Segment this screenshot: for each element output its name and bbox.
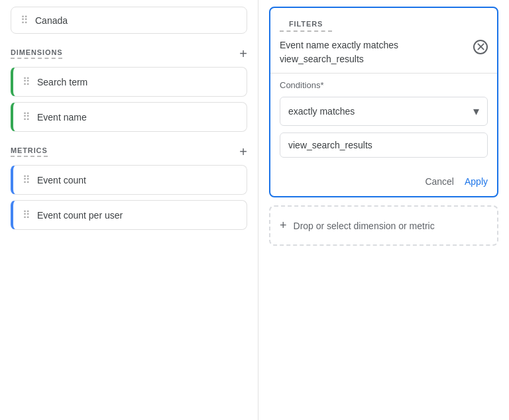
metric-event-count[interactable]: ⠿ Event count [11, 165, 247, 195]
chevron-down-icon: ▾ [473, 104, 479, 119]
right-panel: FILTERS Event name exactly matches view_… [258, 0, 509, 420]
canada-item[interactable]: ⠿ Canada [11, 7, 247, 34]
dimensions-header: DIMENSIONS + [11, 47, 247, 60]
conditions-label: Conditions* [280, 80, 488, 90]
drop-plus-icon: + [280, 219, 287, 233]
conditions-section: Conditions* exactly matches ▾ [270, 74, 497, 172]
filter-value-input[interactable] [280, 132, 488, 158]
conditions-dropdown[interactable]: exactly matches ▾ [280, 97, 488, 126]
dimension-search-term-label: Search term [37, 77, 87, 87]
filters-title: FILTERS [280, 13, 332, 32]
dimensions-section: DIMENSIONS + ⠿ Search term ⠿ Event name [11, 47, 247, 132]
dimension-event-name-label: Event name [37, 112, 87, 123]
apply-button[interactable]: Apply [465, 176, 488, 187]
filter-actions: Cancel Apply [270, 172, 497, 196]
metrics-header: METRICS + [11, 145, 247, 158]
drop-box-label: Drop or select dimension or metric [294, 221, 435, 231]
filter-close-button[interactable]: ✕ [473, 40, 488, 54]
filter-summary-row: Event name exactly matches view_search_r… [270, 32, 497, 74]
drag-icon-search: ⠿ [23, 76, 30, 88]
drag-icon-event-name: ⠿ [23, 111, 30, 123]
canada-label: Canada [35, 15, 68, 26]
dimension-event-name[interactable]: ⠿ Event name [11, 102, 247, 132]
metrics-title: METRICS [11, 146, 48, 157]
metrics-add-button[interactable]: + [239, 145, 247, 158]
drag-icon-event-count: ⠿ [23, 174, 30, 186]
metric-event-count-per-user-label: Event count per user [37, 210, 123, 221]
conditions-value: exactly matches [288, 106, 355, 117]
metric-event-count-per-user[interactable]: ⠿ Event count per user [11, 200, 247, 230]
drag-icon-event-count-per-user: ⠿ [23, 209, 30, 221]
dimensions-title: DIMENSIONS [11, 48, 62, 59]
left-panel: ⠿ Canada DIMENSIONS + ⠿ Search term ⠿ Ev… [0, 0, 258, 420]
cancel-button[interactable]: Cancel [425, 176, 454, 187]
filters-box: FILTERS Event name exactly matches view_… [269, 7, 498, 197]
metric-event-count-label: Event count [37, 175, 86, 185]
metrics-section: METRICS + ⠿ Event count ⠿ Event count pe… [11, 145, 247, 230]
filter-summary-text: Event name exactly matches view_search_r… [280, 38, 468, 66]
drop-box[interactable]: + Drop or select dimension or metric [269, 205, 498, 246]
dimension-search-term[interactable]: ⠿ Search term [11, 67, 247, 97]
dimensions-add-button[interactable]: + [239, 47, 247, 60]
drag-icon: ⠿ [21, 14, 28, 26]
